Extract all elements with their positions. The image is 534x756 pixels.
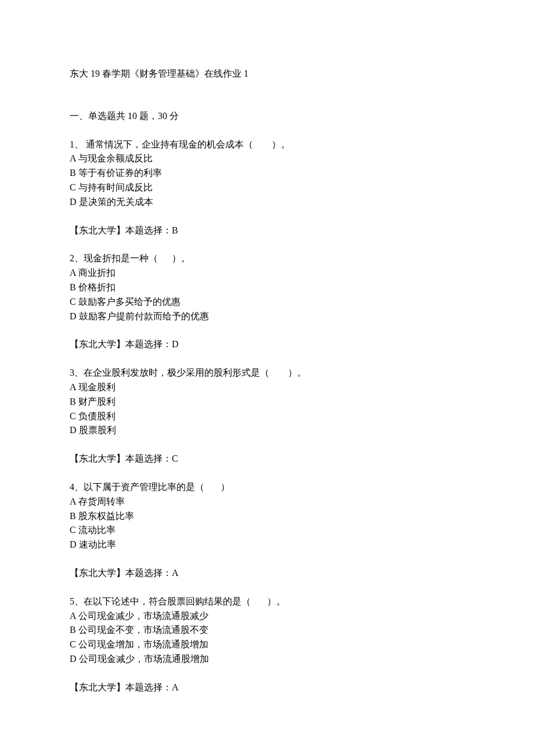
question-option: A 公司现金减少，市场流通股减少 [70,609,464,624]
question-block: 2、现金折扣是一种（ ）。 A 商业折扣 B 价格折扣 C 鼓励客户多买给予的优… [70,251,464,323]
question-option: D 公司现金减少，市场流通股增加 [70,652,464,667]
question-option: C 与持有时间成反比 [70,181,464,195]
question-block: 4、以下属于资产管理比率的是（ ） A 存货周转率 B 股东权益比率 C 流动比… [70,480,464,552]
document-page: 东大 19 春学期《财务管理基础》在线作业 1 一、单选题共 10 题，30 分… [0,0,534,756]
question-block: 5、在以下论述中，符合股票回购结果的是（ ）。 A 公司现金减少，市场流通股减少… [70,595,464,667]
question-stem: 1、 通常情况下，企业持有现金的机会成本（ ）。 [70,138,464,152]
section-header: 一、单选题共 10 题，30 分 [70,109,464,124]
question-option: A 商业折扣 [70,266,464,280]
question-option: B 股东权益比率 [70,509,464,524]
question-option: C 流动比率 [70,523,464,538]
question-option: C 公司现金增加，市场流通股增加 [70,638,464,652]
question-option: B 公司现金不变，市场流通股不变 [70,623,464,638]
question-option: B 财产股利 [70,395,464,409]
question-option: D 鼓励客户提前付款而给予的优惠 [70,309,464,324]
question-option: D 速动比率 [70,538,464,552]
question-answer: 【东北大学】本题选择：B [70,224,464,238]
question-answer: 【东北大学】本题选择：A [70,566,464,581]
question-option: D 是决策的无关成本 [70,195,464,210]
question-answer: 【东北大学】本题选择：C [70,452,464,466]
question-stem: 5、在以下论述中，符合股票回购结果的是（ ）。 [70,595,464,609]
document-title: 东大 19 春学期《财务管理基础》在线作业 1 [70,67,464,81]
question-stem: 3、在企业股利发放时，极少采用的股利形式是（ ）。 [70,366,464,380]
question-option: C 鼓励客户多买给予的优惠 [70,295,464,309]
question-option: A 与现金余额成反比 [70,152,464,166]
question-block: 3、在企业股利发放时，极少采用的股利形式是（ ）。 A 现金股利 B 财产股利 … [70,366,464,438]
question-option: C 负债股利 [70,409,464,424]
question-answer: 【东北大学】本题选择：A [70,681,464,695]
question-stem: 2、现金折扣是一种（ ）。 [70,251,464,266]
question-option: B 等于有价证券的利率 [70,166,464,181]
question-option: B 价格折扣 [70,280,464,295]
question-option: A 现金股利 [70,380,464,395]
question-option: D 股票股利 [70,423,464,438]
question-stem: 4、以下属于资产管理比率的是（ ） [70,480,464,495]
question-option: A 存货周转率 [70,495,464,509]
question-answer: 【东北大学】本题选择：D [70,337,464,352]
question-block: 1、 通常情况下，企业持有现金的机会成本（ ）。 A 与现金余额成反比 B 等于… [70,138,464,210]
